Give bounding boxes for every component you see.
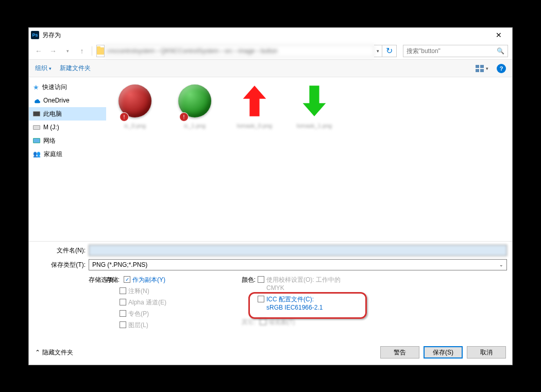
hide-folders-toggle[interactable]: ⌃ 隐藏文件夹 — [35, 348, 73, 357]
sidebar-item-quick-access[interactable]: ★ 快速访问 — [29, 80, 106, 94]
spot-label: 专色(P) — [128, 310, 149, 318]
drive-icon — [33, 125, 40, 130]
alpha-label: Alpha 通道(E) — [128, 298, 166, 306]
green-down-arrow-icon — [300, 84, 328, 117]
search-box[interactable]: 🔍 — [403, 45, 508, 57]
file-listing[interactable]: ! ic_0.png ! ic_1.png lomask_0.png lomas… — [106, 77, 512, 241]
computer-icon — [33, 111, 40, 116]
chevron-down-icon: ⌄ — [499, 262, 503, 267]
breadcrumb-path[interactable]: cnccontrolsystem › QKNCControlSystem › s… — [105, 45, 374, 57]
sidebar-item-label: 家庭组 — [44, 150, 62, 159]
photoshop-icon: Ps — [31, 31, 39, 39]
star-icon: ★ — [33, 83, 39, 91]
file-name: ic_1.png — [170, 123, 219, 129]
path-folder-icon[interactable] — [96, 45, 105, 57]
refresh-button[interactable]: ↻ — [382, 45, 397, 57]
alpha-checkbox — [120, 299, 126, 305]
sidebar-item-network[interactable]: 网络 — [29, 134, 106, 147]
save-button[interactable]: 保存(S) — [424, 346, 463, 359]
organize-menu[interactable]: 组织 — [35, 64, 52, 73]
chevron-up-icon: ⌃ — [35, 349, 40, 356]
onedrive-icon — [33, 97, 40, 104]
proof-label: 使用校样设置(O): 工作中的 CMYK — [266, 276, 354, 292]
sidebar-item-label: 快速访问 — [42, 83, 67, 92]
overlay-badge-icon: ! — [179, 112, 189, 122]
overlay-badge-icon: ! — [120, 112, 129, 122]
form-area: 文件名(N): 保存类型(T): PNG (*.PNG;*.PNS) ⌄ 存储选… — [29, 241, 512, 332]
warn-button[interactable]: 警告 — [380, 346, 419, 359]
sidebar-item-label: M (J:) — [43, 124, 59, 131]
path-dropdown[interactable]: ▾ — [374, 45, 382, 57]
file-item[interactable]: lomask_1.png — [290, 81, 339, 129]
svg-rect-3 — [480, 69, 484, 72]
storage-options-label: 存储选项 — [89, 276, 120, 332]
sidebar-item-label: 此电脑 — [43, 110, 62, 118]
save-as-dialog: Ps 另存为 ✕ ← → ▾ ↑ cnccontrolsystem › QKNC… — [28, 27, 513, 365]
notes-label: 注释(N) — [128, 287, 149, 295]
up-button[interactable]: ↑ — [76, 45, 88, 57]
filename-label: 文件名(N): — [34, 246, 86, 255]
recent-dropdown[interactable]: ▾ — [62, 45, 73, 57]
svg-rect-2 — [476, 69, 479, 72]
navigation-bar: ← → ▾ ↑ cnccontrolsystem › QKNCControlSy… — [29, 42, 512, 60]
file-name: ic_0.png — [110, 123, 160, 129]
close-button[interactable]: ✕ — [487, 28, 510, 42]
window-title: 另存为 — [42, 31, 487, 40]
footer: ⌃ 隐藏文件夹 警告 保存(S) 取消 — [29, 343, 512, 362]
search-icon: 🔍 — [497, 47, 504, 55]
sidebar: ★ 快速访问 OneDrive 此电脑 M (J:) 网络 👥 家庭组 — [29, 77, 106, 241]
save-label: 存储: — [104, 276, 120, 284]
file-item[interactable]: ! ic_0.png — [110, 81, 160, 129]
sidebar-item-homegroup[interactable]: 👥 家庭组 — [29, 147, 106, 161]
spot-checkbox — [120, 310, 126, 317]
toolbar: 组织 新建文件夹 ▾ ? — [29, 60, 512, 77]
sidebar-item-this-pc[interactable]: 此电脑 — [29, 107, 106, 121]
file-name: lomask_0.png — [230, 123, 279, 129]
other-label: 其它: — [238, 318, 256, 326]
sidebar-item-onedrive[interactable]: OneDrive — [29, 94, 106, 107]
sidebar-item-drive-m[interactable]: M (J:) — [29, 121, 106, 134]
sidebar-item-label: OneDrive — [43, 97, 70, 104]
filename-input[interactable] — [89, 245, 507, 256]
notes-checkbox — [120, 287, 126, 294]
help-button[interactable]: ? — [497, 64, 506, 73]
red-up-arrow-icon — [241, 84, 268, 117]
search-input[interactable] — [407, 47, 497, 55]
highlight-annotation — [248, 292, 367, 319]
network-icon — [33, 138, 40, 143]
homegroup-icon: 👥 — [33, 150, 41, 158]
file-item[interactable]: lomask_0.png — [230, 81, 279, 129]
proof-checkbox — [258, 276, 264, 283]
forward-button[interactable]: → — [47, 45, 59, 57]
view-options-button[interactable]: ▾ — [476, 65, 488, 72]
new-folder-button[interactable]: 新建文件夹 — [60, 64, 91, 73]
layers-label: 图层(L) — [128, 321, 148, 329]
filetype-label: 保存类型(T): — [34, 261, 86, 269]
thumb-label: 缩览图(T) — [268, 318, 295, 326]
filetype-select[interactable]: PNG (*.PNG;*.PNS) ⌄ — [89, 259, 507, 270]
titlebar: Ps 另存为 ✕ — [29, 28, 512, 42]
file-item[interactable]: ! ic_1.png — [170, 81, 219, 129]
file-name: lomask_1.png — [290, 123, 339, 129]
layers-checkbox — [120, 321, 126, 328]
back-button[interactable]: ← — [33, 45, 44, 57]
as-copy-checkbox[interactable] — [124, 276, 130, 283]
as-copy-label: 作为副本(Y) — [132, 276, 165, 284]
thumb-checkbox — [260, 318, 266, 325]
cancel-button[interactable]: 取消 — [467, 346, 506, 359]
sidebar-item-label: 网络 — [43, 137, 56, 145]
svg-rect-1 — [480, 65, 484, 68]
svg-rect-0 — [476, 65, 479, 68]
